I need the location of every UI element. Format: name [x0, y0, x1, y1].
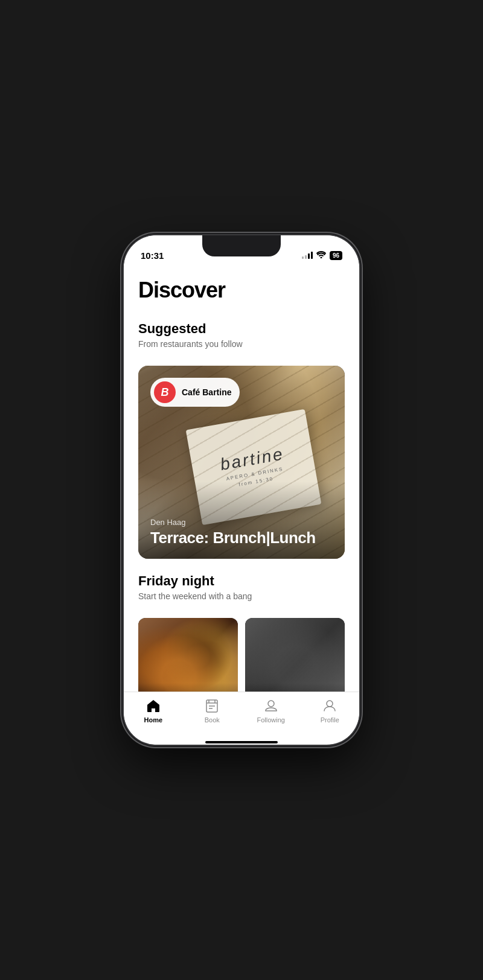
page-header: Discover	[124, 266, 359, 309]
svg-point-6	[327, 701, 333, 707]
featured-card-container: bartine APERO & DRINKS from 15:30 B Café…	[124, 366, 359, 559]
suggested-subtitle: From restaurants you follow	[138, 339, 345, 349]
following-icon	[263, 698, 279, 714]
restaurant-name: Café Bartine	[182, 387, 231, 397]
card-location: Den Haag	[150, 518, 333, 527]
small-card-1[interactable]: Utrecht	[138, 618, 238, 692]
battery-indicator: 96	[330, 251, 342, 260]
signal-icon	[302, 252, 313, 259]
card-event-title: Terrace: Brunch|Lunch	[150, 529, 333, 547]
home-icon	[146, 698, 161, 714]
page-title: Discover	[138, 278, 345, 303]
nav-item-book[interactable]: Book	[183, 698, 242, 724]
card-text-overlay: Den Haag Terrace: Brunch|Lunch	[138, 482, 345, 559]
home-indicator	[124, 742, 359, 745]
friday-title: Friday night	[138, 573, 345, 589]
suggested-section: Suggested From restaurants you follow	[124, 309, 359, 366]
restaurant-logo: B	[154, 381, 176, 403]
phone-screen: 10:31 96	[124, 235, 359, 745]
friday-section: Friday night Start the weekend with a ba…	[124, 559, 359, 618]
friday-subtitle: Start the weekend with a bang	[138, 591, 345, 601]
bottom-nav: Home Book	[124, 692, 359, 742]
book-icon	[204, 698, 220, 714]
wifi-icon	[316, 250, 326, 261]
restaurant-badge[interactable]: B Café Bartine	[150, 378, 240, 407]
small-card-2[interactable]: Utrecht	[245, 618, 345, 692]
phone-frame: 10:31 96	[124, 235, 359, 745]
status-icons: 96	[302, 250, 342, 261]
status-time: 10:31	[141, 250, 164, 261]
notch	[202, 235, 281, 256]
book-label: Book	[205, 716, 220, 724]
nav-item-home[interactable]: Home	[124, 698, 183, 724]
small-card-label-1: Utrecht	[138, 683, 238, 692]
profile-label: Profile	[321, 716, 339, 724]
following-label: Following	[257, 716, 285, 724]
home-indicator-bar	[205, 741, 278, 743]
featured-card[interactable]: bartine APERO & DRINKS from 15:30 B Café…	[138, 366, 345, 559]
home-label: Home	[144, 716, 162, 724]
nav-item-profile[interactable]: Profile	[301, 698, 360, 724]
small-card-label-2: Utrecht	[245, 683, 345, 692]
small-cards-row: Utrecht Utrecht	[124, 618, 359, 692]
scroll-content[interactable]: Discover Suggested From restaurants you …	[124, 266, 359, 692]
suggested-title: Suggested	[138, 321, 345, 337]
profile-icon	[322, 698, 337, 714]
nav-item-following[interactable]: Following	[242, 698, 301, 724]
